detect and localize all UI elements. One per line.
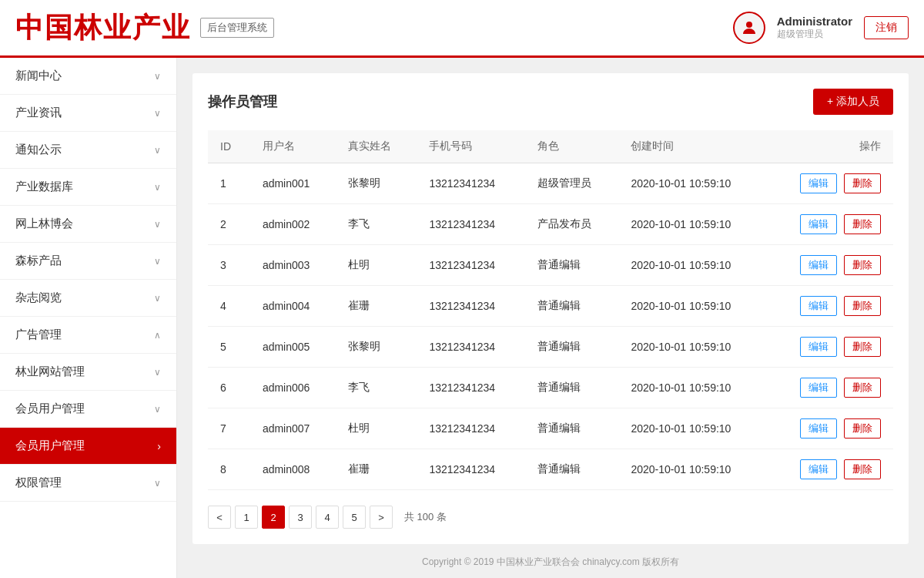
cell-role: 普通编辑 xyxy=(525,368,619,408)
edit-button[interactable]: 编辑 xyxy=(800,418,837,439)
delete-button[interactable]: 删除 xyxy=(844,296,881,316)
cell-username: admin003 xyxy=(250,245,336,286)
prev-page-button[interactable]: < xyxy=(208,506,231,529)
sidebar-item-product[interactable]: 森标产品 ∨ xyxy=(0,243,176,280)
add-person-button[interactable]: + 添加人员 xyxy=(813,89,893,115)
cell-username: admin007 xyxy=(250,408,336,449)
logo-text: 中国林业产业 xyxy=(15,9,191,47)
cell-actions: 编辑 删除 xyxy=(768,286,893,327)
col-created: 创建时间 xyxy=(618,130,767,163)
col-realname: 真实姓名 xyxy=(336,130,417,163)
cell-phone: 13212341234 xyxy=(417,204,524,245)
next-page-button[interactable]: > xyxy=(370,506,393,529)
cell-role: 普通编辑 xyxy=(525,408,619,449)
sidebar-item-news[interactable]: 新闻中心 ∨ xyxy=(0,58,176,95)
table-header-row: ID 用户名 真实姓名 手机号码 角色 创建时间 操作 xyxy=(208,130,893,163)
cell-phone: 13212341234 xyxy=(417,245,524,286)
edit-button[interactable]: 编辑 xyxy=(800,173,837,193)
sidebar-item-members[interactable]: 会员用户管理 ∨ xyxy=(0,391,176,428)
cell-phone: 13212341234 xyxy=(417,163,524,204)
sidebar-item-ads[interactable]: 广告管理 ∧ xyxy=(0,317,176,354)
sidebar-item-ads-label: 广告管理 xyxy=(15,328,62,342)
cell-username: admin001 xyxy=(250,163,336,204)
cell-id: 2 xyxy=(208,204,250,245)
edit-button[interactable]: 编辑 xyxy=(800,378,837,398)
cell-role: 普通编辑 xyxy=(525,245,619,286)
cell-created: 2020-10-01 10:59:10 xyxy=(618,327,767,368)
cell-realname: 杜明 xyxy=(336,245,417,286)
content-area: 操作员管理 + 添加人员 ID 用户名 真实姓名 手机号码 角色 创建时间 操作 xyxy=(177,58,924,578)
page-total: 共 100 条 xyxy=(404,510,447,524)
cell-id: 4 xyxy=(208,286,250,327)
page-title: 操作员管理 xyxy=(208,92,277,111)
sidebar-item-permissions[interactable]: 权限管理 ∨ xyxy=(0,465,176,502)
operators-table: ID 用户名 真实姓名 手机号码 角色 创建时间 操作 1 admin001 张… xyxy=(208,130,893,490)
cell-role: 产品发布员 xyxy=(525,204,619,245)
delete-button[interactable]: 删除 xyxy=(844,173,881,193)
delete-button[interactable]: 删除 xyxy=(844,418,881,439)
footer-text: Copyright © 2019 中国林业产业联合会 chinalycy.com… xyxy=(422,556,679,567)
page-3-button[interactable]: 3 xyxy=(289,506,312,529)
cell-role: 普通编辑 xyxy=(525,286,619,327)
edit-button[interactable]: 编辑 xyxy=(800,459,837,479)
edit-button[interactable]: 编辑 xyxy=(800,214,837,234)
cell-actions: 编辑 删除 xyxy=(768,327,893,368)
footer: Copyright © 2019 中国林业产业联合会 chinalycy.com… xyxy=(192,544,909,578)
sidebar-item-members-sub[interactable]: 会员用户管理 › xyxy=(0,428,176,465)
cell-realname: 张黎明 xyxy=(336,163,417,204)
sidebar: 新闻中心 ∨ 产业资讯 ∨ 通知公示 ∨ 产业数据库 ∨ 网上林博会 ∨ 森标产… xyxy=(0,58,177,578)
cell-created: 2020-10-01 10:59:10 xyxy=(618,245,767,286)
col-username: 用户名 xyxy=(250,130,336,163)
edit-button[interactable]: 编辑 xyxy=(800,255,837,275)
logout-button[interactable]: 注销 xyxy=(864,16,909,39)
delete-button[interactable]: 删除 xyxy=(844,378,881,398)
cell-role: 超级管理员 xyxy=(525,163,619,204)
chevron-down-icon: ∨ xyxy=(154,367,161,378)
col-role: 角色 xyxy=(525,130,619,163)
sidebar-item-industry[interactable]: 产业资讯 ∨ xyxy=(0,95,176,132)
cell-created: 2020-10-01 10:59:10 xyxy=(618,368,767,408)
delete-button[interactable]: 删除 xyxy=(844,459,881,479)
sidebar-item-product-label: 森标产品 xyxy=(15,254,62,268)
cell-id: 5 xyxy=(208,327,250,368)
delete-button[interactable]: 删除 xyxy=(844,214,881,234)
user-role: 超级管理员 xyxy=(777,28,852,41)
content-box: 操作员管理 + 添加人员 ID 用户名 真实姓名 手机号码 角色 创建时间 操作 xyxy=(192,73,909,544)
cell-realname: 崔珊 xyxy=(336,286,417,327)
sidebar-item-database[interactable]: 产业数据库 ∨ xyxy=(0,169,176,206)
delete-button[interactable]: 删除 xyxy=(844,337,881,357)
sidebar-item-magazine[interactable]: 杂志阅览 ∨ xyxy=(0,280,176,317)
page-2-button[interactable]: 2 xyxy=(262,506,285,529)
chevron-down-icon: ∨ xyxy=(154,293,161,304)
cell-realname: 杜明 xyxy=(336,408,417,449)
edit-button[interactable]: 编辑 xyxy=(800,337,837,357)
cell-actions: 编辑 删除 xyxy=(768,408,893,449)
chevron-down-icon: ∨ xyxy=(154,219,161,230)
cell-username: admin008 xyxy=(250,449,336,490)
cell-id: 7 xyxy=(208,408,250,449)
sidebar-item-notice-label: 通知公示 xyxy=(15,143,62,157)
page-1-button[interactable]: 1 xyxy=(235,506,258,529)
cell-role: 普通编辑 xyxy=(525,449,619,490)
sidebar-item-magazine-label: 杂志阅览 xyxy=(15,291,62,305)
table-row: 3 admin003 杜明 13212341234 普通编辑 2020-10-0… xyxy=(208,245,893,286)
table-row: 1 admin001 张黎明 13212341234 超级管理员 2020-10… xyxy=(208,163,893,204)
sidebar-item-notice[interactable]: 通知公示 ∨ xyxy=(0,132,176,169)
cell-id: 6 xyxy=(208,368,250,408)
chevron-up-icon: ∧ xyxy=(154,330,161,341)
table-row: 8 admin008 崔珊 13212341234 普通编辑 2020-10-0… xyxy=(208,449,893,490)
page-5-button[interactable]: 5 xyxy=(343,506,366,529)
sidebar-item-expo-label: 网上林博会 xyxy=(15,217,73,231)
page-4-button[interactable]: 4 xyxy=(316,506,339,529)
sidebar-item-news-label: 新闻中心 xyxy=(15,69,62,83)
chevron-down-icon: ∨ xyxy=(154,108,161,119)
cell-realname: 张黎明 xyxy=(336,327,417,368)
delete-button[interactable]: 删除 xyxy=(844,255,881,275)
edit-button[interactable]: 编辑 xyxy=(800,296,837,316)
cell-username: admin006 xyxy=(250,368,336,408)
avatar xyxy=(733,12,765,44)
sidebar-item-website-label: 林业网站管理 xyxy=(15,365,85,379)
sidebar-item-expo[interactable]: 网上林博会 ∨ xyxy=(0,206,176,243)
sidebar-item-website[interactable]: 林业网站管理 ∨ xyxy=(0,354,176,391)
header-right: Administrator 超级管理员 注销 xyxy=(733,12,909,44)
